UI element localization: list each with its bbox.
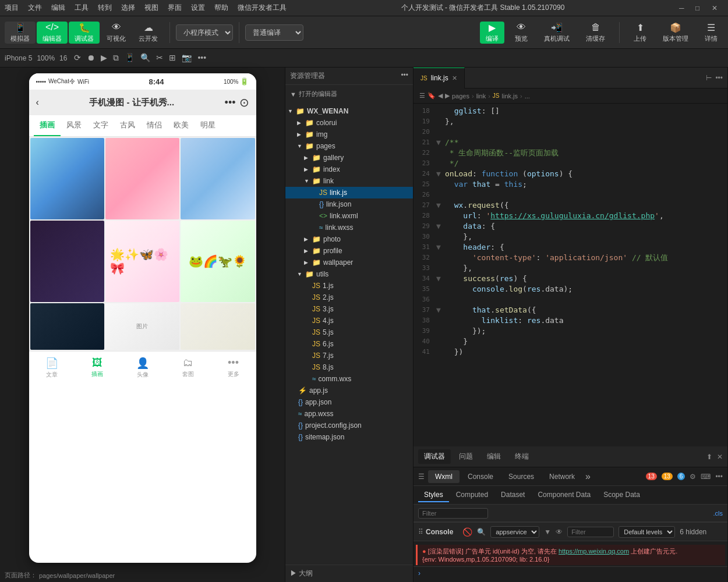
devtool-tab-issues[interactable]: 问题	[453, 449, 479, 464]
more-icon[interactable]: •••	[197, 53, 206, 63]
devtool-tab-terminal[interactable]: 终端	[509, 449, 535, 464]
style-tab-dataset[interactable]: Dataset	[495, 488, 531, 502]
tree-colorui[interactable]: ▶ 📁 colorui	[285, 117, 413, 129]
editor-body[interactable]: 18 gglist: [] 19 }, 20 21 ▼ /** 22	[414, 104, 727, 446]
keyboard-icon[interactable]: ⌨	[701, 473, 711, 481]
clearcache-button[interactable]: 🗑 清缓存	[580, 22, 611, 44]
tree-img[interactable]: ▶ 📁 img	[285, 129, 413, 140]
tree-wallpaper[interactable]: ▶ 📁 wallpaper	[285, 257, 413, 268]
menu-item-devtools[interactable]: 微信开发者工具	[238, 3, 287, 13]
more-tab-icon[interactable]: •••	[715, 74, 723, 82]
more-button[interactable]: •••	[225, 97, 236, 109]
menu-item-edit[interactable]: 编辑	[51, 3, 65, 13]
settings-icon[interactable]: ⚙	[690, 473, 696, 481]
tree-appwxss[interactable]: ≈app.wxss	[285, 408, 413, 420]
tab-text[interactable]: 文字	[87, 115, 114, 136]
menu-item-file[interactable]: 文件	[28, 3, 42, 13]
tree-profile[interactable]: ▶ 📁 profile	[285, 245, 413, 257]
image-cell-2[interactable]	[105, 138, 179, 219]
mode-dropdown[interactable]: 小程序模式	[176, 24, 233, 41]
subtab-more[interactable]: »	[583, 471, 593, 482]
cloud-button[interactable]: ☁ 云开发	[133, 22, 164, 44]
tree-pages[interactable]: ▼ 📁 pages	[285, 140, 413, 152]
breadcrumb-link[interactable]: link	[476, 93, 486, 100]
record-icon[interactable]: ⏺	[87, 53, 95, 63]
image-cell-9[interactable]	[181, 303, 255, 350]
simulator-button[interactable]: 📱 模拟器	[5, 22, 36, 44]
breadcrumb-home[interactable]: ☰	[419, 92, 425, 100]
split-icon[interactable]: ⊢	[706, 74, 712, 82]
breadcrumb-forward[interactable]: ▶	[445, 92, 450, 100]
image-cell-6[interactable]: 🐸🌈🦖🌻	[181, 221, 255, 302]
tree-commwxs[interactable]: ≈comm.wxs	[285, 373, 413, 385]
level-select[interactable]: Default levels	[619, 526, 675, 538]
tab-celeb[interactable]: 明星	[195, 115, 221, 136]
detail-button[interactable]: ☰ 详情	[699, 22, 723, 44]
menu-item-help[interactable]: 帮助	[214, 3, 228, 13]
tree-gallery[interactable]: ▶ 📁 gallery	[285, 152, 413, 164]
menu-item-view[interactable]: 视图	[144, 3, 158, 13]
compile-dropdown[interactable]: 普通编译	[245, 24, 303, 41]
breadcrumb-linkjs[interactable]: link.js	[502, 93, 518, 100]
tree-link-js[interactable]: JS link.js	[285, 187, 413, 198]
circle-icon[interactable]: ⊙	[239, 95, 249, 109]
tree-appjs[interactable]: ⚡app.js	[285, 385, 413, 396]
devtool-expand-icon[interactable]: ⬆	[706, 453, 712, 461]
editor-tab-linkjs[interactable]: JS link.js ✕	[414, 68, 465, 88]
devtool-close-icon[interactable]: ✕	[717, 453, 723, 461]
breadcrumb-pages[interactable]: pages	[452, 93, 469, 100]
style-tab-component-data[interactable]: Component Data	[532, 488, 596, 502]
subtab-network[interactable]: Network	[542, 470, 582, 483]
menu-item-project[interactable]: 项目	[5, 3, 19, 13]
bottom-tab-more[interactable]: ••• 更多	[211, 352, 256, 384]
tree-projectconfig[interactable]: {}project.config.json	[285, 420, 413, 431]
minimize-button[interactable]: ─	[679, 3, 691, 13]
version-button[interactable]: 📦 版本管理	[657, 22, 694, 44]
devtools-more-icon[interactable]: •••	[715, 473, 723, 481]
error-link[interactable]: https://mp.weixin.qq.com	[559, 548, 629, 555]
filetree-more[interactable]: •••	[401, 71, 408, 81]
tree-appjson[interactable]: {}app.json	[285, 396, 413, 408]
preview-button[interactable]: 👁 预览	[509, 22, 533, 44]
project-root[interactable]: ▼ 📁 WX_WENAN	[285, 105, 413, 117]
bottom-tab-setphoto[interactable]: 🗂 套图	[165, 352, 211, 384]
image-cell-8[interactable]: 图片	[105, 303, 179, 350]
cls-button[interactable]: .cls	[713, 510, 723, 517]
filter-input[interactable]	[418, 508, 488, 519]
tree-5js[interactable]: JS5.js	[285, 327, 413, 338]
tree-3js[interactable]: JS3.js	[285, 303, 413, 315]
realtest-button[interactable]: 📲 真机调试	[538, 22, 575, 44]
breadcrumb-back[interactable]: ◀	[438, 92, 443, 100]
image-cell-7[interactable]	[30, 303, 104, 350]
image-cell-4[interactable]	[30, 221, 104, 302]
breadcrumb-bookmark[interactable]: 🔖	[427, 92, 436, 100]
debugger-button[interactable]: 🐛 调试器	[69, 22, 100, 44]
subtab-console[interactable]: Console	[461, 470, 500, 483]
tree-photo[interactable]: ▶ 📁 photo	[285, 233, 413, 245]
tab-ancient[interactable]: 古风	[114, 115, 141, 136]
tree-link[interactable]: ▼ 📁 link	[285, 175, 413, 187]
compile-button[interactable]: ▶ 编译	[480, 22, 504, 44]
subtab-wxml[interactable]: Wxml	[428, 470, 460, 483]
tree-1js[interactable]: JS1.js	[285, 280, 413, 292]
copy-icon[interactable]: ⧉	[113, 53, 119, 63]
tree-link-wxml[interactable]: <> link.wxml	[285, 210, 413, 222]
style-tab-computed[interactable]: Computed	[450, 488, 494, 502]
tree-6js[interactable]: JS6.js	[285, 338, 413, 350]
bottom-tab-avatar[interactable]: 👤 头像	[120, 352, 165, 384]
appservice-select[interactable]: appservice	[490, 526, 539, 538]
console-clear-icon[interactable]: 🚫	[462, 527, 472, 537]
tab-couple[interactable]: 情侣	[141, 115, 168, 136]
eye-icon[interactable]: 👁	[556, 528, 563, 536]
subtab-sources[interactable]: Sources	[501, 470, 541, 483]
style-tab-styles[interactable]: Styles	[418, 488, 449, 502]
rotate-icon[interactable]: ⟳	[74, 53, 81, 63]
image-cell-3[interactable]	[181, 138, 255, 219]
tree-2js[interactable]: JS2.js	[285, 292, 413, 303]
tab-close-btn[interactable]: ✕	[452, 74, 457, 82]
console-filter-icon[interactable]: 🔍	[477, 528, 486, 536]
close-button[interactable]: ✕	[712, 3, 723, 13]
image-cell-1[interactable]	[30, 138, 104, 219]
search-icon[interactable]: 🔍	[140, 53, 150, 63]
menu-item-tool[interactable]: 工具	[75, 3, 89, 13]
